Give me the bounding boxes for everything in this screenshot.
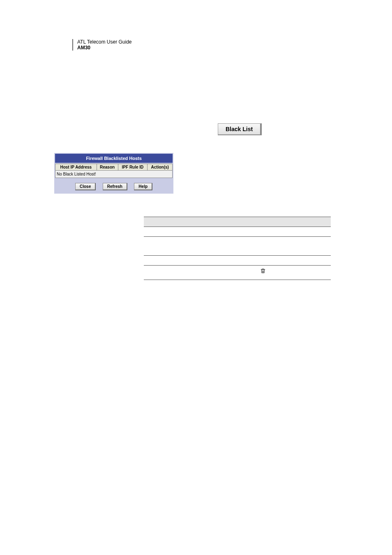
table-row <box>144 227 331 237</box>
trash-icon[interactable] <box>260 268 266 275</box>
firewall-blacklisted-panel: Firewall Blacklisted Hosts Host IP Addre… <box>54 153 173 194</box>
col-host-ip: Host IP Address <box>55 164 97 171</box>
table-row <box>144 237 331 256</box>
firewall-buttons: Close Refresh Help <box>55 178 173 193</box>
col-actions: Action(s) <box>148 164 173 171</box>
col-reason: Reason <box>97 164 118 171</box>
black-list-button-label: Black List <box>226 126 253 132</box>
table-empty-row: No Black Listed Host! <box>55 171 173 178</box>
col-ipf-rule-id: IPF Rule ID <box>118 164 148 171</box>
table-row <box>144 266 331 280</box>
help-button[interactable]: Help <box>134 183 152 190</box>
doc-title-line1: ATL Telecom User Guide <box>77 39 132 45</box>
close-button[interactable]: Close <box>75 183 96 190</box>
table-header-row: Host IP Address Reason IPF Rule ID Actio… <box>55 164 173 171</box>
firewall-panel-title: Firewall Blacklisted Hosts <box>55 154 173 163</box>
firewall-table: Host IP Address Reason IPF Rule ID Actio… <box>55 164 173 178</box>
description-table <box>144 217 331 280</box>
table-row <box>144 256 331 266</box>
document-header: ATL Telecom User Guide AM30 <box>72 39 132 51</box>
desc-header-row <box>144 217 331 227</box>
doc-title-line2: AM30 <box>77 45 132 51</box>
black-list-button[interactable]: Black List <box>218 123 262 135</box>
empty-message: No Black Listed Host! <box>55 171 173 178</box>
refresh-button[interactable]: Refresh <box>103 183 127 190</box>
